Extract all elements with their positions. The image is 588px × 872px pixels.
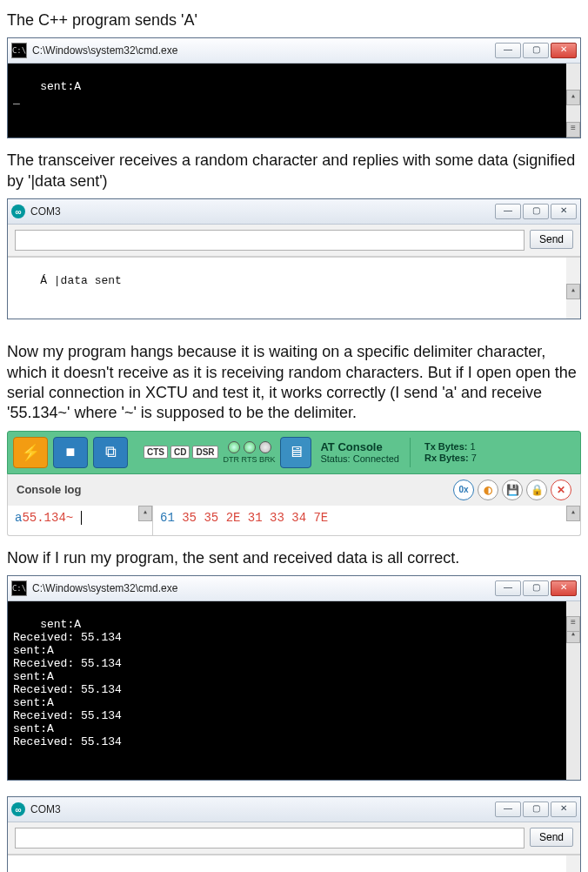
cmd-window-1: C:\ C:\Windows\system32\cmd.exe — ▢ ✕ se… [7, 37, 581, 138]
close-button[interactable]: ✕ [551, 204, 577, 219]
status-title: AT Console [320, 441, 399, 453]
scroll-down-icon[interactable]: ≡ [566, 122, 580, 138]
cts-indicator: CTS [144, 446, 168, 459]
serial-titlebar: ∞ COM3 — ▢ ✕ [8, 797, 580, 822]
xctu-toolbar: ⚡ ■ ⧉ CTS CD DSR DTR RTS BRK 🖥 [7, 431, 581, 474]
hex-received: 35 35 2E 31 33 34 7E [182, 511, 328, 525]
save-button[interactable]: 💾 [502, 480, 523, 500]
close-console-button[interactable]: ✕ [551, 480, 571, 500]
paragraph-3: Now my program hangs because it is waiti… [7, 342, 581, 424]
serial-input[interactable] [15, 828, 525, 849]
monitor-button[interactable]: 🖥 [280, 437, 311, 468]
serial-title: COM3 [30, 803, 495, 815]
send-button[interactable]: Send [530, 230, 573, 249]
lock-icon: 🔒 [531, 484, 544, 496]
paragraph-4: Now if I run my program, the sent and re… [7, 548, 581, 568]
cmd-title: C:\Windows\system32\cmd.exe [32, 582, 495, 594]
serial-toolbar: Send [8, 822, 580, 855]
maximize-button[interactable]: ▢ [523, 204, 549, 219]
scroll-thumb-icon[interactable]: ≡ [566, 616, 580, 632]
paragraph-1: The C++ program sends 'A' [7, 10, 581, 30]
send-button[interactable]: Send [530, 828, 573, 847]
window-buttons: — ▢ ✕ [495, 580, 577, 596]
maximize-button[interactable]: ▢ [523, 580, 549, 596]
serial-output-text: Á |data sent [40, 274, 122, 287]
scroll-up-icon[interactable]: ▴ [138, 506, 152, 521]
console-log-label: Console log [17, 483, 81, 496]
cmd-titlebar: C:\ C:\Windows\system32\cmd.exe — ▢ ✕ [8, 38, 580, 64]
detach-button[interactable]: ⧉ [93, 437, 128, 468]
minimize-button[interactable]: — [495, 43, 521, 58]
serial-title: COM3 [30, 205, 495, 218]
window-buttons: — ▢ ✕ [495, 43, 577, 58]
detach-icon: ⧉ [105, 443, 117, 461]
scrollbar[interactable]: ▴ [566, 855, 580, 872]
serial-monitor-1: ∞ COM3 — ▢ ✕ Send Á |data sent ▴ [7, 198, 581, 319]
serial-output: Á |data sent ▴ [8, 257, 580, 319]
record-button[interactable]: ■ [53, 437, 88, 468]
scroll-up-icon[interactable]: ▴ [566, 506, 580, 521]
led-group: DTR RTS BRK [224, 441, 276, 464]
paragraph-2: The transceiver receives a random charac… [7, 151, 581, 191]
console-text-column[interactable]: a55.134~ ▴ [8, 506, 153, 535]
dtr-led-icon[interactable] [228, 441, 240, 453]
maximize-button[interactable]: ▢ [523, 802, 549, 817]
tx-label: Tx Bytes: [424, 441, 468, 452]
save-icon: 💾 [506, 484, 519, 496]
cd-indicator: CD [170, 446, 190, 459]
cmd-window-2: C:\ C:\Windows\system32\cmd.exe — ▢ ✕ se… [7, 575, 581, 781]
window-buttons: — ▢ ✕ [495, 802, 577, 817]
close-icon: ✕ [557, 484, 565, 496]
minimize-button[interactable]: — [495, 204, 521, 219]
scroll-up-icon[interactable]: ▴ [566, 90, 580, 105]
serial-monitor-2: ∞ COM3 — ▢ ✕ Send Á |data sent a |data s… [7, 796, 581, 872]
scroll-up-icon[interactable]: ▴ [566, 284, 580, 299]
cmd-output: sent:A Received: 55.134 sent:A Received:… [8, 601, 580, 780]
serial-output: Á |data sent a |data sent A |data sent A… [8, 855, 580, 872]
cmd-icon: C:\ [11, 43, 27, 58]
hex-toggle-button[interactable]: 0x [453, 480, 474, 500]
xctu-panel: ⚡ ■ ⧉ CTS CD DSR DTR RTS BRK 🖥 [7, 431, 581, 536]
lock-button[interactable]: 🔒 [526, 480, 547, 500]
console-hex-column[interactable]: 61 35 35 2E 31 33 34 7E ▴ [153, 506, 580, 535]
clear-button[interactable]: ◐ [478, 480, 498, 500]
minimize-button[interactable]: — [495, 580, 521, 596]
status-label: Status: [320, 453, 350, 464]
minimize-button[interactable]: — [495, 802, 521, 817]
line-indicators: CTS CD DSR [144, 446, 218, 459]
status-block: AT Console Status: Connected [320, 441, 399, 464]
text-caret-icon [73, 511, 81, 525]
close-button[interactable]: ✕ [551, 43, 577, 58]
scrollbar[interactable]: ▴ [566, 258, 580, 319]
tx-value: 1 [471, 441, 476, 452]
arduino-icon: ∞ [11, 205, 25, 218]
led-labels: DTR RTS BRK [224, 455, 276, 464]
rx-label: Rx Bytes: [424, 453, 469, 463]
scrollbar[interactable]: ▴ ≡ [566, 601, 580, 780]
byte-counters: Tx Bytes: 1 Rx Bytes: 7 [424, 441, 477, 464]
cmd-output-text: sent:A _ [13, 80, 81, 106]
rts-led-icon[interactable] [244, 441, 256, 453]
serial-input[interactable] [15, 230, 525, 251]
plug-icon: ⚡ [21, 443, 40, 462]
arduino-icon: ∞ [11, 802, 25, 816]
window-buttons: — ▢ ✕ [495, 204, 577, 219]
status-value: Connected [353, 453, 399, 464]
cmd-icon: C:\ [11, 580, 27, 596]
serial-titlebar: ∞ COM3 — ▢ ✕ [8, 199, 580, 225]
connect-button[interactable]: ⚡ [13, 437, 48, 468]
monitor-icon: 🖥 [288, 443, 304, 461]
serial-toolbar: Send [8, 225, 580, 257]
dsr-indicator: DSR [192, 446, 217, 459]
close-button[interactable]: ✕ [551, 580, 577, 596]
maximize-button[interactable]: ▢ [523, 43, 549, 58]
hex-sent: 61 [160, 511, 175, 525]
console-log-body: a55.134~ ▴ 61 35 35 2E 31 33 34 7E ▴ [7, 506, 581, 536]
close-button[interactable]: ✕ [551, 802, 577, 817]
cmd-titlebar: C:\ C:\Windows\system32\cmd.exe — ▢ ✕ [8, 576, 580, 601]
cmd-output: sent:A _ ▴ ≡ [8, 64, 580, 138]
record-icon: ■ [66, 443, 76, 461]
rx-value: 7 [471, 453, 477, 463]
scrollbar[interactable]: ▴ ≡ [566, 64, 580, 138]
brk-led-icon[interactable] [259, 441, 271, 453]
